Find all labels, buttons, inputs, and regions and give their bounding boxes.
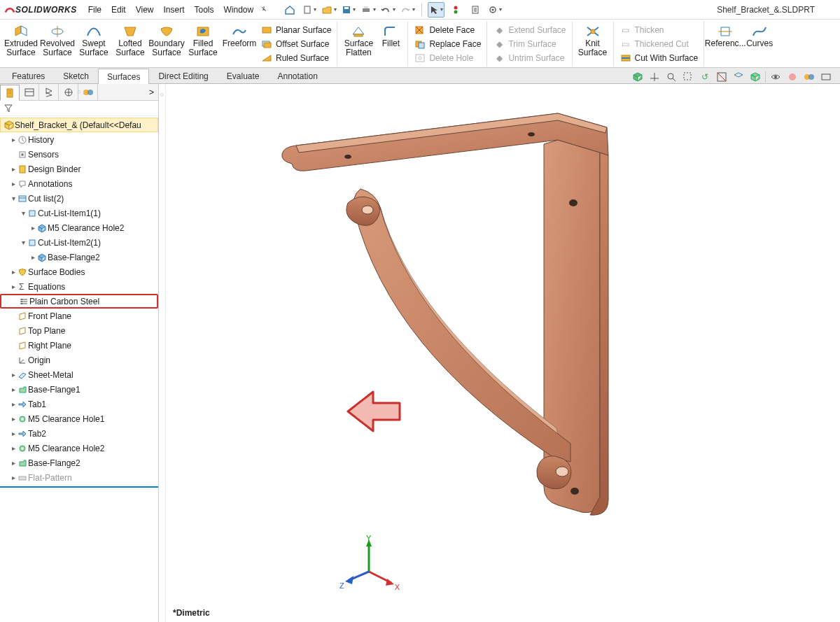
cmd-planar-surface[interactable]: Planar Surface bbox=[258, 24, 334, 36]
twisty-icon[interactable]: ▸ bbox=[29, 253, 36, 261]
cmd-trim-surface[interactable]: ◆Trim Surface bbox=[490, 38, 568, 50]
cmd-cut-with-surface[interactable]: Cut With Surface bbox=[617, 52, 701, 64]
tree-root[interactable]: Shelf_Bracket_& (Default<<Defau bbox=[0, 118, 158, 132]
hud-orientation-icon[interactable] bbox=[732, 71, 746, 83]
twisty-icon[interactable]: ▸ bbox=[10, 283, 17, 290]
cmd-thicken[interactable]: ▭Thicken bbox=[617, 24, 701, 36]
tree-item-right-plane[interactable]: Right Plane bbox=[0, 338, 158, 353]
twisty-icon[interactable]: ▸ bbox=[10, 386, 17, 393]
select-icon[interactable] bbox=[428, 2, 444, 17]
twisty-icon[interactable]: ▸ bbox=[10, 136, 17, 143]
rollback-bar[interactable] bbox=[0, 486, 158, 488]
tree-item-top-plane[interactable]: Top Plane bbox=[0, 323, 158, 338]
cmd-swept-surface[interactable]: Swept Surface bbox=[76, 22, 112, 57]
cmd-filled-surface[interactable]: Filled Surface bbox=[185, 22, 221, 57]
undo-icon[interactable] bbox=[379, 2, 396, 17]
tree-item-m5-clearance-hole2[interactable]: ▸M5 Clearance Hole2 bbox=[0, 220, 158, 235]
hud-zoom-area-icon[interactable] bbox=[681, 71, 695, 83]
tree-item-sheet-metal[interactable]: ▸Sheet-Metal bbox=[0, 367, 158, 382]
fm-tab-property-icon[interactable] bbox=[20, 84, 39, 100]
cmd-delete-hole[interactable]: Delete Hole bbox=[411, 52, 484, 64]
twisty-icon[interactable]: ▾ bbox=[20, 209, 27, 217]
cmd-lofted-surface[interactable]: Lofted Surface bbox=[112, 22, 148, 57]
tree-item-base-flange1[interactable]: ▸Base-Flange1 bbox=[0, 382, 158, 397]
tree-item-history[interactable]: ▸History bbox=[0, 132, 158, 147]
tree-item-flat-pattern[interactable]: ▸Flat-Pattern bbox=[0, 470, 158, 485]
open-icon[interactable] bbox=[321, 2, 337, 17]
tree-item-tab1[interactable]: ▸Tab1 bbox=[0, 397, 158, 411]
twisty-icon[interactable]: ▸ bbox=[10, 430, 17, 437]
menu-edit[interactable]: Edit bbox=[111, 5, 126, 15]
twisty-icon[interactable]: ▸ bbox=[10, 474, 17, 481]
tree-item-tab2[interactable]: ▸Tab2 bbox=[0, 426, 158, 441]
tree-item-cut-list-item2-1-[interactable]: ▾Cut-List-Item2(1) bbox=[0, 235, 158, 250]
menu-view[interactable]: View bbox=[136, 5, 154, 15]
twisty-icon[interactable]: ▾ bbox=[20, 239, 27, 246]
hud-section-icon[interactable] bbox=[715, 71, 729, 83]
hud-display-style-icon[interactable] bbox=[748, 71, 762, 83]
print-icon[interactable] bbox=[360, 2, 377, 17]
twisty-icon[interactable]: ▸ bbox=[10, 180, 17, 188]
tree-item-cut-list-2-[interactable]: ▾Cut list(2) bbox=[0, 191, 158, 206]
tree-item-surface-bodies[interactable]: ▸Surface Bodies bbox=[0, 264, 158, 279]
cmd-revolved-surface[interactable]: Revolved Surface bbox=[39, 22, 76, 57]
fm-tab-display-icon[interactable] bbox=[78, 84, 98, 100]
orientation-triad[interactable]: Y X Z bbox=[341, 537, 397, 593]
cmd-freeform[interactable]: Freeform bbox=[221, 22, 258, 48]
tree-item-base-flange2[interactable]: ▸Base-Flange2 bbox=[0, 250, 158, 264]
twisty-icon[interactable]: ▸ bbox=[10, 415, 17, 423]
tree-item-plain-carbon-steel[interactable]: Plain Carbon Steel bbox=[0, 294, 158, 309]
cmd-ruled-surface[interactable]: Ruled Surface bbox=[258, 52, 334, 64]
twisty-icon[interactable]: ▸ bbox=[10, 371, 17, 379]
pin-icon[interactable] bbox=[260, 5, 267, 15]
twisty-icon[interactable]: ▸ bbox=[10, 400, 17, 408]
tab-features[interactable]: Features bbox=[3, 68, 54, 83]
tab-evaluate[interactable]: Evaluate bbox=[218, 68, 269, 83]
cmd-fillet[interactable]: Fillet bbox=[377, 22, 405, 48]
tree-item-origin[interactable]: Origin bbox=[0, 353, 158, 367]
hud-cube-icon[interactable] bbox=[631, 71, 645, 83]
tab-direct-editing[interactable]: Direct Editing bbox=[149, 68, 217, 83]
menu-window[interactable]: Window bbox=[224, 5, 254, 15]
cmd-delete-face[interactable]: Delete Face bbox=[411, 24, 484, 36]
hud-apply-scene-icon[interactable] bbox=[802, 71, 816, 83]
panel-gripper-icon[interactable]: ○ bbox=[77, 88, 80, 95]
home-icon[interactable] bbox=[281, 2, 298, 17]
tree-item-front-plane[interactable]: Front Plane bbox=[0, 309, 158, 323]
tree-item-base-flange2[interactable]: ▸Base-Flange2 bbox=[0, 455, 158, 470]
hud-zoom-icon[interactable] bbox=[664, 71, 678, 83]
file-properties-icon[interactable] bbox=[467, 2, 484, 17]
menu-insert[interactable]: Insert bbox=[164, 5, 185, 15]
rebuild-icon[interactable] bbox=[447, 2, 464, 17]
cmd-boundary-surface[interactable]: Boundary Surface bbox=[148, 22, 185, 57]
cmd-surface-flatten[interactable]: Surface Flatten bbox=[340, 22, 377, 57]
cmd-knit-surface[interactable]: Knit Surface bbox=[575, 22, 610, 57]
tree-item-design-binder[interactable]: ▸Design Binder bbox=[0, 162, 158, 176]
hud-view-settings-icon[interactable] bbox=[819, 71, 833, 83]
fm-tab-more-icon[interactable]: > bbox=[145, 87, 158, 97]
fm-tab-dimxpert-icon[interactable] bbox=[59, 84, 78, 100]
twisty-icon[interactable]: ▾ bbox=[10, 195, 17, 202]
twisty-icon[interactable]: ▸ bbox=[10, 268, 17, 276]
tab-annotation[interactable]: Annotation bbox=[268, 68, 326, 83]
feature-filter-row[interactable] bbox=[0, 101, 158, 116]
tree-item-m5-clearance-hole2[interactable]: ▸M5 Clearance Hole2 bbox=[0, 441, 158, 455]
hud-hide-show-icon[interactable] bbox=[769, 71, 783, 83]
cmd-untrim-surface[interactable]: ◆Untrim Surface bbox=[490, 52, 568, 64]
twisty-icon[interactable]: ▸ bbox=[29, 224, 36, 232]
cmd-replace-face[interactable]: Replace Face bbox=[411, 38, 484, 50]
hud-prev-view-icon[interactable]: ↺ bbox=[698, 71, 712, 83]
hud-origin-icon[interactable] bbox=[648, 71, 662, 83]
tab-surfaces[interactable]: Surfaces bbox=[98, 69, 149, 84]
twisty-icon[interactable]: ▸ bbox=[10, 165, 17, 173]
cmd-offset-surface[interactable]: Offset Surface bbox=[258, 38, 334, 50]
redo-icon[interactable] bbox=[399, 2, 416, 17]
feature-tree[interactable]: Shelf_Bracket_& (Default<<Defau ▸History… bbox=[0, 116, 158, 622]
cmd-thickened-cut[interactable]: ▭Thickened Cut bbox=[617, 38, 701, 50]
fm-tab-config-icon[interactable] bbox=[39, 84, 59, 100]
twisty-icon[interactable]: ▸ bbox=[10, 444, 17, 452]
save-icon[interactable] bbox=[340, 2, 357, 17]
graphics-area[interactable]: Y X Z *Dimetric bbox=[166, 84, 840, 622]
splitter[interactable]: ○ bbox=[159, 84, 166, 622]
hud-edit-appearance-icon[interactable] bbox=[785, 71, 799, 83]
